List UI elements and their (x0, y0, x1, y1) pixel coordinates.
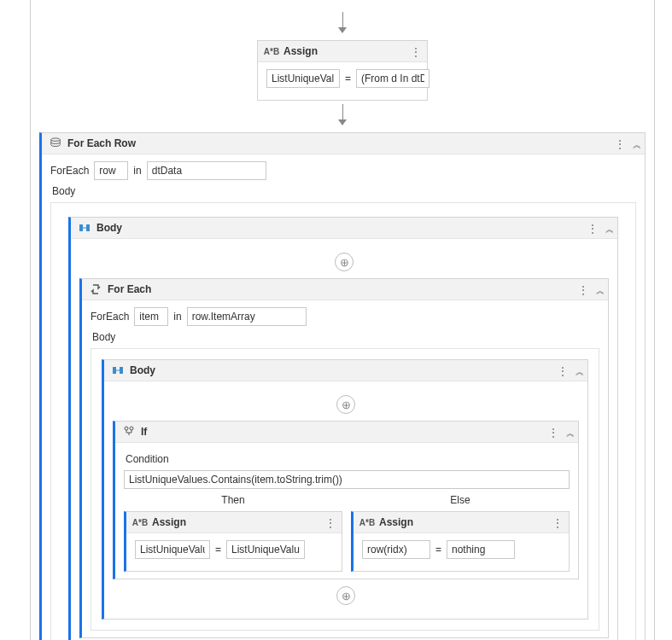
activity-header[interactable]: Body ⋮ ︽ (71, 218, 617, 239)
body-sequence-outer[interactable]: Body ⋮ ︽ ⊕ For Each (68, 217, 618, 640)
equals-label: = (215, 544, 221, 556)
activity-header[interactable]: For Each ⋮ ︽ (82, 279, 608, 300)
activity-menu-icon[interactable]: ⋮ (558, 365, 567, 377)
collapse-icon[interactable]: ︽ (576, 366, 582, 378)
add-activity-button[interactable]: ⊕ (336, 395, 355, 414)
svg-rect-4 (113, 367, 116, 374)
activity-title: If (141, 426, 147, 438)
then-branch: Then A*B Assign ⋮ (124, 494, 342, 572)
assign-rhs-input[interactable] (447, 540, 515, 559)
svg-point-8 (130, 427, 133, 430)
body-section-label: Body (92, 331, 599, 343)
svg-point-7 (125, 427, 128, 430)
collapse-icon[interactable]: ︽ (605, 224, 612, 236)
activity-title: For Each (108, 283, 151, 295)
in-label: in (133, 165, 141, 177)
activity-menu-icon[interactable]: ⋮ (615, 138, 624, 150)
body-section-label: Body (52, 185, 636, 197)
assign-activity-top[interactable]: A*B Assign ⋮ = (257, 40, 428, 101)
activity-header[interactable]: If ⋮ ︽ (115, 422, 578, 443)
foreach-var-input[interactable] (94, 161, 128, 180)
equals-label: = (435, 544, 441, 556)
equals-label: = (345, 73, 351, 84)
body-sequence-inner[interactable]: Body ⋮ ︽ ⊕ (102, 359, 588, 620)
activity-header[interactable]: For Each Row ⋮ ︽ (42, 133, 645, 154)
workflow-canvas: A*B Assign ⋮ = For Each Row ⋮ ︽ ForEach (30, 0, 655, 640)
if-icon (122, 426, 136, 438)
activity-title: Body (96, 222, 122, 234)
activity-title: Assign (152, 516, 186, 528)
add-activity-button[interactable]: ⊕ (335, 253, 354, 271)
svg-point-0 (51, 138, 61, 142)
activity-title: Body (130, 364, 155, 376)
svg-rect-1 (79, 224, 83, 231)
activity-header[interactable]: A*B Assign ⋮ (354, 512, 569, 533)
loop-icon (89, 283, 102, 295)
else-branch: Else A*B Assign ⋮ (351, 494, 570, 572)
foreach-collection-input[interactable] (187, 307, 307, 326)
collapse-icon[interactable]: ︽ (566, 428, 573, 439)
activity-title: Assign (283, 45, 318, 57)
else-label: Else (351, 494, 570, 506)
then-label: Then (124, 494, 342, 506)
assign-icon: A*B (265, 45, 278, 57)
assign-rhs-input[interactable] (356, 69, 429, 88)
assign-rhs-input[interactable] (226, 540, 305, 559)
flow-arrow (31, 104, 654, 125)
assign-lhs-input[interactable] (266, 69, 340, 88)
sequence-icon (78, 222, 91, 234)
condition-input[interactable] (124, 470, 570, 489)
foreach-collection-input[interactable] (147, 161, 266, 180)
svg-rect-2 (86, 224, 90, 231)
activity-menu-icon[interactable]: ⋮ (411, 46, 420, 58)
collapse-icon[interactable]: ︽ (596, 285, 603, 297)
assign-icon: A*B (360, 516, 374, 528)
sequence-icon (111, 364, 125, 376)
in-label: in (173, 311, 181, 323)
assign-lhs-input[interactable] (135, 540, 210, 559)
for-each-row-activity[interactable]: For Each Row ⋮ ︽ ForEach in Body (39, 132, 646, 640)
condition-label: Condition (126, 453, 570, 465)
activity-title: For Each Row (67, 137, 136, 149)
foreach-var-input[interactable] (134, 307, 168, 326)
activity-menu-icon[interactable]: ⋮ (578, 284, 587, 296)
for-each-activity[interactable]: For Each ⋮ ︽ ForEach in (79, 278, 609, 638)
foreach-prefix-label: ForEach (50, 165, 89, 177)
assign-icon: A*B (133, 516, 147, 528)
collapse-icon[interactable]: ︽ (633, 139, 640, 151)
assign-lhs-input[interactable] (362, 540, 430, 559)
svg-rect-5 (120, 367, 123, 374)
activity-title: Assign (379, 516, 413, 528)
flow-arrow (31, 12, 654, 33)
activity-menu-icon[interactable]: ⋮ (325, 517, 335, 529)
body-container: Body ⋮ ︽ ⊕ (91, 348, 599, 631)
if-activity[interactable]: If ⋮ ︽ Condition (113, 421, 579, 579)
assign-activity-else[interactable]: A*B Assign ⋮ (351, 511, 570, 572)
activity-header[interactable]: Body ⋮ ︽ (104, 360, 587, 381)
activity-menu-icon[interactable]: ⋮ (552, 517, 562, 529)
add-activity-button[interactable]: ⊕ (336, 586, 355, 605)
activity-header[interactable]: A*B Assign ⋮ (258, 41, 427, 62)
body-container: Body ⋮ ︽ ⊕ For Each (50, 202, 636, 640)
foreach-prefix-label: ForEach (91, 311, 129, 323)
activity-menu-icon[interactable]: ⋮ (587, 223, 597, 235)
activity-menu-icon[interactable]: ⋮ (548, 427, 558, 439)
activity-header[interactable]: A*B Assign ⋮ (126, 512, 342, 533)
database-icon (49, 137, 62, 149)
assign-activity-then[interactable]: A*B Assign ⋮ (124, 511, 342, 572)
